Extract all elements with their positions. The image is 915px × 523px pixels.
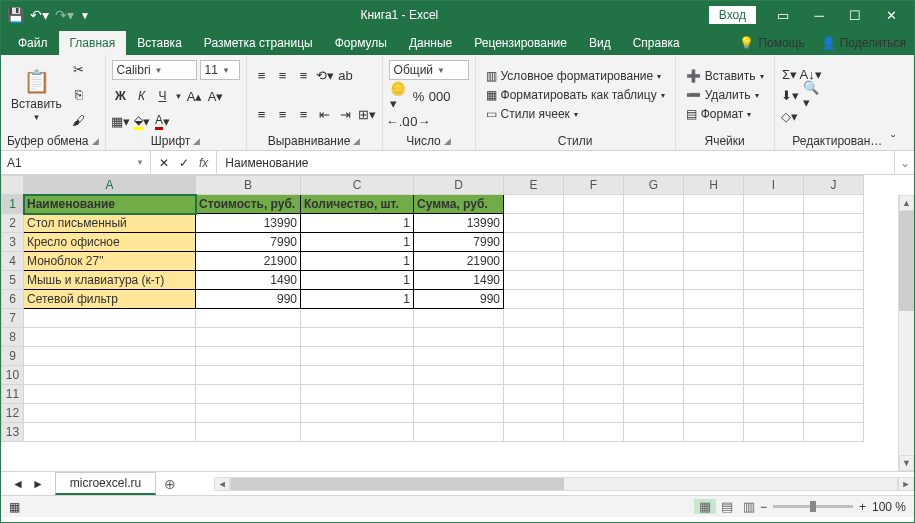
cell[interactable]: Кресло офисное (24, 233, 196, 252)
cell[interactable]: 7990 (196, 233, 301, 252)
horizontal-scrollbar[interactable]: ◄ ► (214, 477, 914, 491)
italic-button[interactable]: К (133, 87, 151, 105)
cell[interactable]: 21900 (196, 252, 301, 271)
cell[interactable] (804, 347, 864, 366)
number-format-combo[interactable]: Общий▼ (389, 60, 469, 80)
cell[interactable]: Стол письменный (24, 214, 196, 233)
copy-button[interactable]: ⎘ (70, 86, 88, 104)
zoom-out-button[interactable]: − (760, 500, 767, 514)
cell[interactable] (196, 328, 301, 347)
cell[interactable]: 21900 (414, 252, 504, 271)
align-middle-button[interactable]: ≡ (274, 67, 292, 85)
cell[interactable] (804, 214, 864, 233)
cell[interactable] (301, 347, 414, 366)
cell[interactable] (684, 328, 744, 347)
cell[interactable]: Сумма, руб. (414, 195, 504, 214)
column-header[interactable]: B (196, 176, 301, 195)
scroll-up-icon[interactable]: ▲ (899, 195, 914, 211)
tab-review[interactable]: Рецензирование (463, 31, 578, 55)
cell[interactable] (504, 347, 564, 366)
cell[interactable] (744, 271, 804, 290)
cell[interactable] (414, 366, 504, 385)
cell[interactable] (564, 309, 624, 328)
cell[interactable] (196, 423, 301, 442)
row-header[interactable]: 12 (2, 404, 24, 423)
cell[interactable] (564, 271, 624, 290)
cell-mode-icon[interactable]: ▦ (9, 500, 20, 514)
font-color-button[interactable]: A▾ (154, 112, 172, 130)
cell[interactable]: 1 (301, 233, 414, 252)
sheet-prev-icon[interactable]: ◄ (9, 475, 27, 493)
cell[interactable] (684, 404, 744, 423)
row-header[interactable]: 13 (2, 423, 24, 442)
zoom-in-button[interactable]: + (859, 500, 866, 514)
cell[interactable] (624, 271, 684, 290)
share-button[interactable]: 👤Поделиться (813, 31, 914, 55)
cell[interactable]: 1490 (196, 271, 301, 290)
cell[interactable] (804, 290, 864, 309)
undo-icon[interactable]: ↶▾ (30, 7, 49, 23)
decrease-font-button[interactable]: A▾ (207, 87, 225, 105)
cell[interactable] (301, 423, 414, 442)
fill-button[interactable]: ⬇▾ (781, 86, 799, 104)
cell[interactable]: Моноблок 27" (24, 252, 196, 271)
cell[interactable] (196, 309, 301, 328)
cell[interactable] (564, 366, 624, 385)
cell[interactable]: Стоимость, руб. (196, 195, 301, 214)
cell[interactable] (414, 309, 504, 328)
cell[interactable] (504, 195, 564, 214)
cell[interactable] (684, 423, 744, 442)
tab-layout[interactable]: Разметка страницы (193, 31, 324, 55)
cell[interactable] (624, 423, 684, 442)
cell[interactable] (504, 366, 564, 385)
cell[interactable] (744, 309, 804, 328)
cell[interactable] (301, 328, 414, 347)
tab-data[interactable]: Данные (398, 31, 463, 55)
cell[interactable] (684, 271, 744, 290)
font-name-combo[interactable]: Calibri▼ (112, 60, 197, 80)
row-header[interactable]: 8 (2, 328, 24, 347)
cell[interactable] (624, 195, 684, 214)
cell[interactable] (804, 309, 864, 328)
cell[interactable] (744, 328, 804, 347)
cell[interactable]: Сетевой фильтр (24, 290, 196, 309)
cell[interactable] (624, 404, 684, 423)
cell[interactable] (24, 309, 196, 328)
cell[interactable] (744, 404, 804, 423)
decrease-decimal-button[interactable]: .0→ (410, 112, 428, 130)
row-header[interactable]: 5 (2, 271, 24, 290)
cut-button[interactable]: ✂ (70, 61, 88, 79)
page-layout-view-button[interactable]: ▤ (716, 499, 738, 514)
cell[interactable] (504, 385, 564, 404)
cell[interactable] (24, 328, 196, 347)
cell[interactable] (744, 252, 804, 271)
fill-color-button[interactable]: ⬙▾ (133, 112, 151, 130)
cell[interactable] (504, 252, 564, 271)
cell[interactable] (804, 195, 864, 214)
cell[interactable] (804, 271, 864, 290)
row-header[interactable]: 11 (2, 385, 24, 404)
cell[interactable] (196, 385, 301, 404)
cell[interactable] (196, 347, 301, 366)
cell[interactable] (504, 290, 564, 309)
row-header[interactable]: 6 (2, 290, 24, 309)
cell[interactable] (744, 366, 804, 385)
font-size-combo[interactable]: 11▼ (200, 60, 240, 80)
increase-indent-button[interactable]: ⇥ (337, 105, 355, 123)
enter-icon[interactable]: ✓ (179, 156, 189, 170)
column-header[interactable]: A (24, 176, 196, 195)
zoom-level[interactable]: 100 % (872, 500, 906, 514)
cell[interactable] (564, 347, 624, 366)
borders-button[interactable]: ▦▾ (112, 112, 130, 130)
cell[interactable] (301, 366, 414, 385)
cell[interactable] (564, 404, 624, 423)
dialog-launcher-icon[interactable]: ◢ (92, 136, 99, 146)
column-header[interactable]: C (301, 176, 414, 195)
scroll-down-icon[interactable]: ▼ (899, 455, 914, 471)
chevron-down-icon[interactable]: ▼ (175, 87, 183, 105)
name-box[interactable]: A1▼ (1, 151, 151, 174)
accounting-button[interactable]: 🪙▾ (389, 87, 407, 105)
cell[interactable] (24, 423, 196, 442)
cell[interactable] (564, 214, 624, 233)
cell[interactable] (804, 233, 864, 252)
